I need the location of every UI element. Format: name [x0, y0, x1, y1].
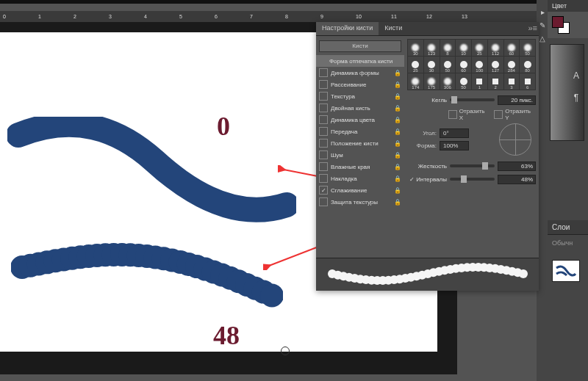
brush-categories: Кисти Форма отпечатка кистиДинамика форм… [316, 36, 404, 256]
brush-category[interactable]: Накладка🔒 [316, 173, 404, 184]
brush-category[interactable]: Двойная кисть🔒 [316, 102, 404, 114]
brush-preset[interactable]: 112 [488, 40, 503, 56]
lock-icon[interactable]: 🔒 [394, 93, 401, 100]
brush-category[interactable]: Защита текстуры🔒 [316, 196, 404, 208]
layer-thumbnail[interactable] [552, 260, 580, 282]
brush-category[interactable]: Текстура🔒 [316, 90, 404, 102]
brush-category[interactable]: Динамика формы🔒 [316, 67, 404, 79]
annotation-top: 0 [217, 113, 230, 139]
annotation-bottom: 48 [213, 322, 240, 349]
svg-point-30 [260, 284, 283, 308]
brush-category[interactable]: Форма отпечатка кисти [316, 55, 404, 67]
brush-preset[interactable]: 30 [408, 40, 423, 56]
brush-category[interactable]: Передача🔒 [316, 126, 404, 137]
brush-preset[interactable]: 123 [424, 40, 440, 56]
hardness-label: Жесткость [407, 163, 447, 170]
lock-icon[interactable]: 🔒 [394, 152, 401, 159]
brush-toggle-icon[interactable]: ✎ [538, 21, 547, 29]
brush-stroke-preview [316, 258, 539, 291]
brush-stroke-spaced [11, 231, 283, 326]
brush-cursor [281, 346, 290, 355]
brush-category[interactable]: Влажные края🔒 [316, 161, 404, 173]
brush-preset[interactable]: 50 [440, 57, 456, 73]
brush-preset[interactable]: 50 [520, 40, 535, 56]
flip-y-label: Отразить Y [505, 108, 536, 121]
layers-panel-title: Слои [548, 220, 588, 235]
brush-stroke-smooth [7, 117, 296, 223]
brush-preset[interactable]: 30 [424, 57, 440, 73]
brush-preset[interactable]: 6 [520, 73, 535, 90]
brush-preset[interactable]: 284 [504, 57, 520, 73]
spacing-label: Интервалы [416, 176, 447, 183]
brush-preset-grid: 3012381025112605025305060100127284801741… [407, 39, 536, 90]
lock-icon[interactable]: 🔒 [394, 128, 401, 135]
brushes-button[interactable]: Кисти [319, 40, 401, 52]
size-value[interactable]: 20 пикс. [498, 95, 536, 105]
spacing-slider[interactable] [450, 178, 495, 181]
tab-brushes[interactable]: Кисти [379, 22, 408, 35]
color-panel-title: Цвет [548, 0, 588, 12]
brush-preset[interactable]: 60 [456, 57, 471, 73]
lock-icon[interactable]: 🔒 [394, 81, 401, 88]
right-sidebar: ▸ ✎ △ Цвет A ¶ Слои Обычн [537, 0, 588, 381]
blend-mode[interactable]: Обычн [552, 239, 584, 247]
brush-preset[interactable]: 2 [488, 73, 503, 90]
brush-preset[interactable]: 50 [456, 73, 471, 90]
spacing-value[interactable]: 48% [498, 175, 536, 184]
angle-value[interactable]: 0° [440, 128, 469, 138]
brush-preset[interactable]: 25 [408, 57, 423, 73]
roundness-label: Форма: [407, 142, 437, 149]
brush-preset[interactable]: 175 [424, 73, 440, 90]
paragraph-panel-icon[interactable]: ¶ [570, 92, 582, 104]
tab-brush-settings[interactable]: Настройки кисти [316, 22, 379, 35]
brush-category[interactable]: Рассеивание🔒 [316, 79, 404, 90]
lock-icon[interactable]: 🔒 [394, 199, 401, 206]
brush-category[interactable]: ✓Сглаживание🔒 [316, 184, 404, 196]
brush-preset[interactable]: 1 [472, 73, 487, 90]
roundness-value[interactable]: 100% [440, 141, 469, 150]
lock-icon[interactable]: 🔒 [394, 164, 401, 170]
brush-category[interactable]: Положение кисти🔒 [316, 137, 404, 149]
flip-x-label: Отразить X [459, 108, 490, 121]
brush-preset[interactable]: 127 [488, 57, 503, 73]
color-panel: Цвет [548, 0, 588, 38]
svg-point-68 [519, 269, 528, 278]
lock-icon[interactable]: 🔒 [394, 70, 401, 76]
brush-category[interactable]: Динамика цвета🔒 [316, 114, 404, 126]
brush-preset[interactable]: 8 [440, 40, 456, 56]
angle-control[interactable] [499, 123, 531, 156]
warning-icon[interactable]: △ [538, 34, 547, 43]
flip-x-checkbox[interactable] [448, 110, 457, 119]
brush-category[interactable]: Шум🔒 [316, 149, 404, 161]
size-slider[interactable] [450, 98, 495, 101]
angle-label: Угол: [407, 130, 437, 137]
lock-icon[interactable]: 🔒 [394, 140, 401, 147]
hardness-slider[interactable] [450, 164, 495, 167]
brush-settings-panel: Настройки кисти Кисти »≡ Кисти Форма отп… [316, 22, 539, 291]
lock-icon[interactable]: 🔒 [394, 105, 401, 112]
brush-preset[interactable]: 60 [504, 40, 520, 56]
options-bar [0, 4, 537, 11]
layers-panel: Слои Обычн [548, 220, 588, 381]
lock-icon[interactable]: 🔒 [394, 175, 401, 182]
type-panel-icon[interactable]: A [570, 70, 582, 81]
fg-bg-swatch[interactable] [552, 16, 568, 32]
lock-icon[interactable]: 🔒 [394, 117, 401, 123]
spacing-checkbox[interactable]: ✓ [409, 176, 415, 183]
hardness-value[interactable]: 63% [498, 162, 536, 171]
brush-preset[interactable]: 306 [440, 73, 456, 90]
brush-preset[interactable]: 10 [456, 40, 471, 56]
horizontal-ruler: 012345678910111213 [0, 11, 537, 23]
panel-flyout-icon[interactable]: »≡ [528, 23, 537, 32]
size-label: Кегль [407, 97, 447, 104]
brush-preset[interactable]: 80 [520, 57, 535, 73]
brush-preset[interactable]: 100 [472, 57, 487, 73]
lock-icon[interactable]: 🔒 [394, 187, 401, 194]
brush-preset[interactable]: 3 [504, 73, 520, 90]
brush-preset[interactable]: 25 [472, 40, 487, 56]
play-icon[interactable]: ▸ [538, 7, 547, 16]
brush-preset[interactable]: 174 [408, 73, 423, 90]
flip-y-checkbox[interactable] [494, 110, 503, 119]
